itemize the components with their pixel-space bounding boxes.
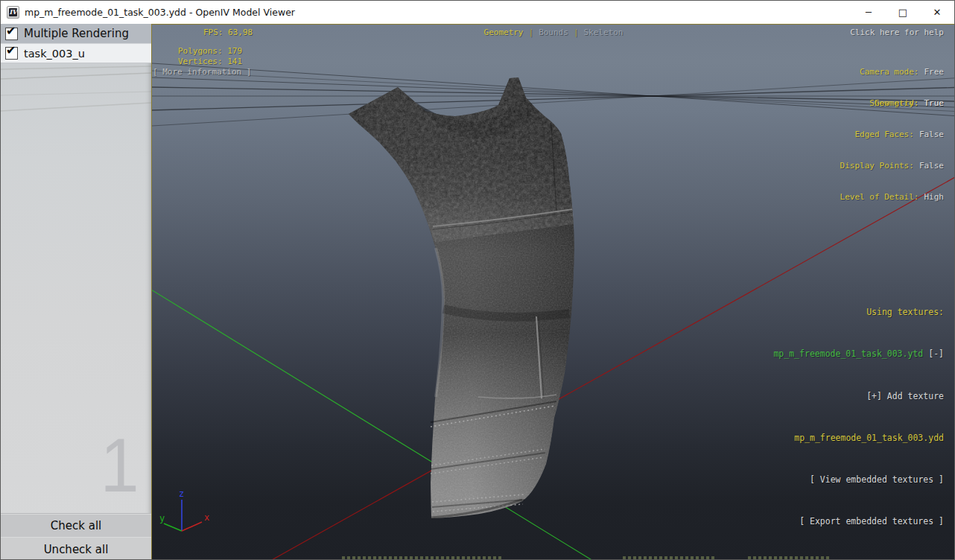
model-task-003-u xyxy=(349,77,574,518)
edged-faces-toggle[interactable]: Edged Faces:False xyxy=(840,130,944,140)
geometry-toggle[interactable]: Geometry:True xyxy=(840,98,944,109)
multiple-rendering-checkbox[interactable]: ✔ xyxy=(5,28,18,40)
clipped-status-text xyxy=(748,556,831,560)
model-list-item-task-003-u[interactable]: ✔ task_003_u xyxy=(1,44,151,63)
tab-separator: | xyxy=(529,28,534,38)
selected-count-watermark: 1 xyxy=(101,424,139,506)
add-texture-button[interactable]: [+] Add texture xyxy=(773,389,944,404)
axis-gizmo: z y x xyxy=(159,489,209,531)
titlebar[interactable]: IV mp_m_freemode_01_task_003.ydd - OpenI… xyxy=(1,1,954,24)
display-points-toggle[interactable]: Display Points:False xyxy=(840,161,944,171)
render-options: Geometry:True Edged Faces:False Display … xyxy=(840,77,944,223)
grid-horizon-lines xyxy=(152,63,955,126)
window-controls: ─ □ ✕ xyxy=(851,1,954,24)
openiv-model-viewer-window: IV mp_m_freemode_01_task_003.ydd - OpenI… xyxy=(0,0,955,560)
export-embedded-textures-button[interactable]: [ Export embedded textures ] xyxy=(773,515,944,529)
checkmark-icon: ✔ xyxy=(6,43,16,58)
using-textures-header: Using textures: xyxy=(773,305,944,319)
minimize-button[interactable]: ─ xyxy=(851,1,886,24)
tab-geometry[interactable]: Geometry xyxy=(484,28,524,38)
model-list-sidebar: ✔ Multiple Rendering ✔ task_003_u 1 Chec… xyxy=(1,24,151,560)
clipped-status-text xyxy=(342,556,502,560)
uncheck-all-button[interactable]: Uncheck all xyxy=(1,537,151,560)
multiple-rendering-label: Multiple Rendering xyxy=(24,27,129,40)
camera-mode-toggle[interactable]: Camera mode:Free xyxy=(860,67,944,77)
texture-file-name[interactable]: mp_m_freemode_01_task_003.ytd xyxy=(773,349,923,359)
window-title: mp_m_freemode_01_task_003.ydd - OpenIV M… xyxy=(25,7,295,18)
gizmo-x-label: x xyxy=(204,512,209,523)
model-file-name: mp_m_freemode_01_task_003.ydd xyxy=(773,431,944,445)
gizmo-y-label: y xyxy=(159,513,165,524)
3d-viewport[interactable]: z y x FPS: 63,98 Polygons: 179 Vertices:… xyxy=(151,24,955,560)
checkmark-icon: ✔ xyxy=(6,24,16,39)
tab-skeleton[interactable]: Skeleton xyxy=(584,28,624,38)
render-mode-tabs: Geometry | Bounds | Skeleton xyxy=(484,28,624,38)
maximize-button[interactable]: □ xyxy=(886,1,920,24)
openiv-app-icon: IV xyxy=(7,6,19,19)
level-of-detail-toggle[interactable]: Level of Detail:High xyxy=(840,192,944,203)
close-button[interactable]: ✕ xyxy=(920,1,954,24)
clipped-status-text xyxy=(623,556,716,560)
help-link[interactable]: Click here for help xyxy=(850,28,944,38)
check-all-button[interactable]: Check all xyxy=(1,513,151,537)
gizmo-z-label: z xyxy=(179,489,184,499)
texture-file-row: mp_m_freemode_01_task_003.ytd[-] xyxy=(773,347,944,361)
openiv-logo-icon: IV xyxy=(9,8,17,16)
remove-texture-button[interactable]: [-] xyxy=(923,349,944,359)
textures-panel: Using textures: mp_m_freemode_01_task_00… xyxy=(773,278,944,556)
fps-counter: FPS: 63,98 xyxy=(203,28,253,38)
view-embedded-textures-button[interactable]: [ View embedded textures ] xyxy=(773,473,944,487)
main-area: z y x FPS: 63,98 Polygons: 179 Vertices:… xyxy=(1,24,955,560)
model-item-label: task_003_u xyxy=(24,48,85,60)
tab-separator: | xyxy=(574,28,579,38)
multiple-rendering-row[interactable]: ✔ Multiple Rendering xyxy=(1,24,151,44)
polygons-counter: Polygons: 179 xyxy=(178,46,242,57)
more-information-link[interactable]: [ More information ] xyxy=(153,67,251,77)
vertices-counter: Vertices: 141 xyxy=(178,57,242,67)
tab-bounds[interactable]: Bounds xyxy=(539,28,568,38)
model-item-checkbox[interactable]: ✔ xyxy=(5,47,18,60)
